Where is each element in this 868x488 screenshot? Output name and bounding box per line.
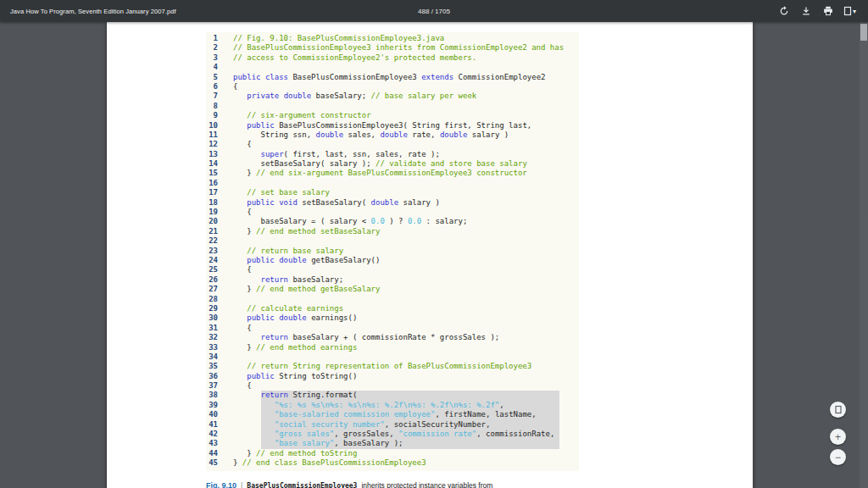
- code-text: super( first, last, ssn, sales, rate );: [233, 150, 440, 159]
- zoom-out-button[interactable]: −: [830, 449, 846, 465]
- code-text: "base salary", baseSalary );: [233, 439, 559, 448]
- code-text: "%s: %s %s\n%s: %s\n%s: %.2f\n%s: %.2f\n…: [233, 401, 559, 410]
- code-text: } // end method earnings: [233, 343, 357, 352]
- print-icon: [823, 6, 833, 16]
- code-line: 26 return baseSalary;: [206, 275, 579, 285]
- code-line: 8: [206, 102, 579, 111]
- code-text: String ssn, double sales, double rate, d…: [233, 130, 509, 140]
- line-number: 32: [206, 333, 218, 342]
- code-text: public double getBaseSalary(): [233, 256, 380, 265]
- line-number: 42: [206, 430, 218, 439]
- line-number: 4: [206, 63, 218, 72]
- code-text: {: [233, 140, 252, 149]
- caption-text: inherits protected instance variables fr…: [361, 481, 492, 488]
- line-number: 12: [206, 140, 218, 149]
- code-text: public class BasePlusCommissionEmployee3…: [233, 73, 545, 82]
- code-text: // return base salary: [233, 247, 343, 256]
- code-line: 17 // set base salary: [206, 188, 579, 197]
- code-line: 9 // six-argument constructor: [206, 111, 579, 120]
- line-number: 31: [206, 324, 218, 333]
- code-text: // access to CommissionEmployee2's prote…: [233, 53, 476, 63]
- line-number: 19: [206, 208, 218, 217]
- line-number: 14: [206, 159, 218, 169]
- code-text: "social security number", socialSecurity…: [233, 420, 559, 430]
- code-line: 35 // return String representation of Ba…: [206, 362, 579, 371]
- zoom-in-button[interactable]: +: [830, 429, 846, 445]
- line-number: 13: [206, 150, 218, 159]
- code-line: 7 private double baseSalary; // base sal…: [206, 92, 579, 101]
- minus-icon: −: [835, 452, 841, 463]
- code-line: 18 public void setBaseSalary( double sal…: [206, 198, 579, 208]
- line-number: 11: [206, 130, 218, 140]
- code-line: 41 "social security number", socialSecur…: [206, 420, 579, 430]
- code-line: 3// access to CommissionEmployee2's prot…: [206, 53, 579, 63]
- zoom-controls: + −: [830, 402, 846, 465]
- line-number: 3: [206, 53, 218, 63]
- plus-icon: +: [835, 432, 841, 442]
- view-options-button[interactable]: ▾: [843, 4, 856, 18]
- code-line: 29 // calculate earnings: [206, 304, 579, 313]
- code-text: } // end method getBaseSalary: [233, 285, 380, 294]
- download-button[interactable]: [799, 4, 813, 18]
- line-number: 40: [206, 410, 218, 419]
- code-text: } // end class BasePlusCommissionEmploye…: [233, 458, 426, 468]
- figure-caption: Fig. 9.10 | BasePlusCommissionEmployee3 …: [206, 481, 492, 488]
- line-number: 6: [206, 82, 218, 92]
- print-button[interactable]: [821, 4, 835, 18]
- code-line: 13 super( first, last, ssn, sales, rate …: [206, 150, 579, 159]
- line-number: 26: [206, 275, 218, 285]
- code-line: 37 {: [206, 381, 579, 391]
- code-line: 36 public String toString(): [206, 372, 579, 381]
- caret-down-icon: ▾: [853, 8, 856, 15]
- code-line: 14 setBaseSalary( salary ); // validate …: [206, 159, 579, 169]
- code-text: private double baseSalary; // base salar…: [233, 92, 476, 101]
- code-line: 45} // end class BasePlusCommissionEmplo…: [206, 458, 579, 468]
- line-number: 15: [206, 169, 218, 178]
- code-text: return baseSalary;: [233, 275, 343, 285]
- line-number: 43: [206, 439, 218, 448]
- page-indicator[interactable]: 488 / 1705: [418, 8, 450, 15]
- line-number: 10: [206, 121, 218, 130]
- line-number: 16: [206, 179, 218, 188]
- code-line: 40 "base-salaried commission employee", …: [206, 410, 579, 419]
- code-line: 34: [206, 352, 579, 362]
- code-text: // Fig. 9.10: BasePlusCommissionEmployee…: [233, 34, 444, 43]
- code-line: 19 {: [206, 208, 579, 217]
- line-number: 41: [206, 420, 218, 430]
- code-text: baseSalary = ( salary < 0.0 ) ? 0.0 : sa…: [233, 217, 467, 226]
- code-text: {: [233, 208, 252, 217]
- code-line: 39 "%s: %s %s\n%s: %s\n%s: %.2f\n%s: %.2…: [206, 401, 579, 410]
- line-number: 44: [206, 449, 218, 458]
- line-number: 34: [206, 352, 218, 362]
- toolbar-actions: ▾: [777, 4, 868, 18]
- code-line: 21 } // end method setBaseSalary: [206, 227, 579, 236]
- code-text: } // end method toString: [233, 449, 357, 458]
- rotate-button[interactable]: [777, 4, 791, 18]
- line-number: 25: [206, 265, 218, 274]
- line-number: 21: [206, 227, 218, 236]
- scrollbar[interactable]: [860, 22, 868, 488]
- code-text: {: [233, 265, 252, 274]
- caption-class-name: BasePlusCommissionEmployee3: [247, 482, 357, 488]
- line-number: 36: [206, 372, 218, 381]
- code-line: 16: [206, 179, 579, 188]
- code-text: public double earnings(): [233, 313, 357, 323]
- code-line: 5public class BasePlusCommissionEmployee…: [206, 73, 579, 82]
- code-text: {: [233, 82, 237, 92]
- code-line: 25 {: [206, 265, 579, 274]
- line-number: 1: [206, 34, 218, 43]
- code-text: "base-salaried commission employee", fir…: [233, 410, 559, 419]
- code-line: 4: [206, 63, 579, 72]
- code-text: } // end method setBaseSalary: [233, 227, 380, 236]
- code-line: 11 String ssn, double sales, double rate…: [206, 130, 579, 140]
- line-number: 30: [206, 313, 218, 323]
- line-number: 45: [206, 458, 218, 468]
- code-line: 33 } // end method earnings: [206, 343, 579, 352]
- code-line: 6{: [206, 82, 579, 92]
- pdf-viewer[interactable]: 1// Fig. 9.10: BasePlusCommissionEmploye…: [0, 22, 868, 488]
- line-number: 39: [206, 401, 218, 410]
- fit-page-button[interactable]: [830, 402, 846, 418]
- code-line: 20 baseSalary = ( salary < 0.0 ) ? 0.0 :…: [206, 217, 579, 226]
- code-text: // calculate earnings: [233, 304, 343, 313]
- scrollbar-thumb[interactable]: [860, 24, 867, 41]
